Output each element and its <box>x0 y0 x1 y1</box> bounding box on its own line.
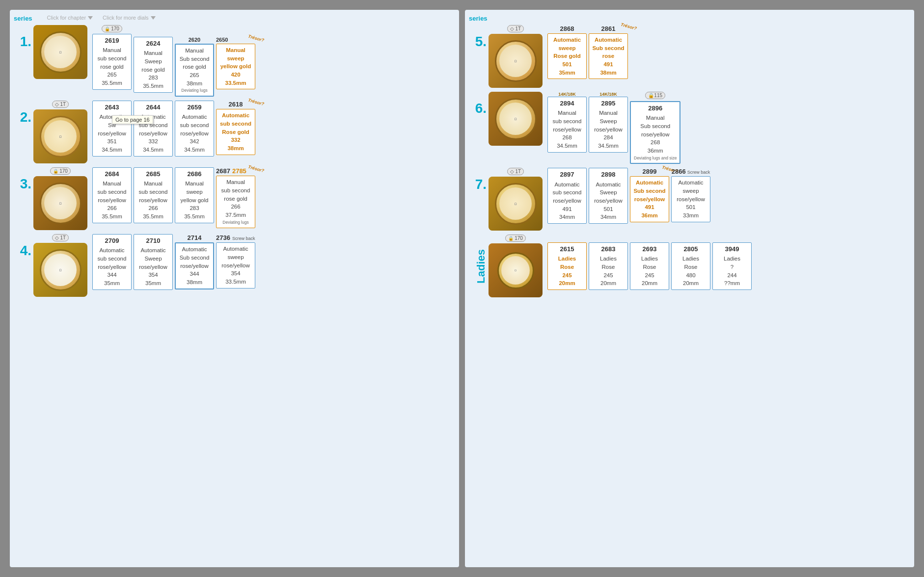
cards-row-1: 🔒170 2619 Manualsub secondrose gold26535… <box>92 25 255 97</box>
cards-row-7: 2897 Automaticsub secondrose/yellow49134… <box>547 168 710 224</box>
row-7: 7. ◇ 1T Ω 2897 Automaticsub second <box>469 168 910 231</box>
badge-1t-r4: ◇ 1T <box>52 234 69 241</box>
gold-badge-r6a: 14K/18K <box>558 92 576 97</box>
card-2866[interactable]: Automaticsweeprose/yellow50133mm <box>671 176 710 222</box>
card-2895[interactable]: 2895 ManualSweeprose/yellow28434.5mm <box>589 97 628 153</box>
gold-badge-r6b: 14K/18K <box>599 92 617 97</box>
card-2618[interactable]: Automaticsub secondRose gold33238mm <box>216 109 255 155</box>
card-2659[interactable]: 2659 Automaticsub secondrose/yellow34234… <box>175 101 214 157</box>
badge-170-r1: 🔒170 <box>102 25 122 32</box>
row-number-ladies: Ladies <box>469 249 487 284</box>
left-panel-header: series Click for chapter Click for more … <box>14 15 455 22</box>
card-2709[interactable]: 2709 Automaticsub secondrose/yellow34435… <box>92 234 132 290</box>
row-1: 1. Ω 🔒170 2619 <box>14 25 455 97</box>
card-2620[interactable]: ManualSub secondrose gold26538mm Deviati… <box>175 44 214 97</box>
row-6: 6. Ω 14K/18K 2894 <box>469 92 910 164</box>
row-3: 3. 🔒170 Ω 2684 Manualsub secondro <box>14 167 455 230</box>
watch-image-4: Ω <box>33 243 87 297</box>
card-2619[interactable]: 2619 Manualsub secondrose gold26535.5mm <box>92 34 132 90</box>
card-2684[interactable]: 2684 Manualsub secondrose/yellow26635.5m… <box>92 167 132 223</box>
badge-115: 🔒115 <box>645 92 665 99</box>
card-2687[interactable]: Manualsub secondrose gold26637.5mm Devia… <box>216 176 255 228</box>
arrow-down-icon-2 <box>151 16 156 20</box>
cards-row-ladies: 2615 LadiesRose24520mm 2683 LadiesRose24… <box>547 242 752 290</box>
row-5: 5. ◇ 1T Ω 2868 Auto <box>469 25 910 88</box>
watch-image-2: Ω <box>33 109 87 163</box>
badge-1t-r5: ◇ 1T <box>507 25 524 32</box>
card-2685[interactable]: 2685 Manualsub secondrose/yellow26635.5m… <box>134 167 173 223</box>
left-panel: series Click for chapter Click for more … <box>10 10 459 567</box>
card-2899[interactable]: AutomaticSub secondrose/yellow49136mm <box>630 176 669 222</box>
row-2: 2. ◇ 1T Ω Go to page 16 2643 <box>14 101 455 163</box>
row-ladies: Ladies 🔒170 Ω 2615 LadiesRose2452 <box>469 235 910 297</box>
card-2624[interactable]: 2624 ManualSweeprose gold28335.5mm <box>134 37 173 93</box>
card-3949[interactable]: 3949 Ladies?244??mm <box>712 242 752 290</box>
card-2861[interactable]: AutomaticSub secondrose49138mm <box>589 33 628 79</box>
card-2644[interactable]: 2644 Automaticsub secondrose/yellow33234… <box>134 101 173 157</box>
card-2643[interactable]: 2643 AutomaticSwrose/yellow35134.5mm <box>92 101 132 157</box>
watch-image-6: Ω <box>489 92 543 146</box>
series-label-left: series <box>14 15 32 22</box>
row-4: 4. ◇ 1T Ω 2709 Automaticsub second <box>14 234 455 297</box>
row-number-4: 4. <box>14 234 31 258</box>
row-number-1: 1. <box>14 25 31 49</box>
screw-back-label-r7: Screw back <box>687 170 710 175</box>
card-2693[interactable]: 2693 LadiesRose24520mm <box>630 242 669 290</box>
badge-170-ladies: 🔒170 <box>505 235 526 242</box>
watch-image-5: Ω <box>489 34 543 88</box>
row-number-6: 6. <box>469 92 487 115</box>
card-2894[interactable]: 2894 Manualsub secondrose/yellow26834.5m… <box>547 97 587 153</box>
row-number-7: 7. <box>469 168 487 191</box>
click-chapter-hint[interactable]: Click for chapter <box>47 15 93 21</box>
badge-1t-r7: ◇ 1T <box>507 168 524 175</box>
card-2896[interactable]: 2896 ManualSub secondrose/yellow26836mm … <box>630 101 680 164</box>
row-number-3: 3. <box>14 167 31 191</box>
card-2710[interactable]: 2710 AutomaticSweeprose/yellow35435mm <box>134 234 173 290</box>
card-2650[interactable]: Manualsweepyellow gold42033.5mm <box>216 44 255 89</box>
card-2868[interactable]: AutomaticsweepRose gold50135mm <box>547 33 587 79</box>
watch-image-ladies: Ω <box>489 243 543 297</box>
card-2714[interactable]: AutomaticSub secondrose/yellow34438mm <box>175 242 214 289</box>
cards-row-2: 2643 AutomaticSwrose/yellow35134.5mm 264… <box>92 101 255 157</box>
card-2898[interactable]: 2898 AutomaticSweeprose/yellow50134mm <box>589 168 628 224</box>
cards-row-6: 14K/18K 2894 Manualsub secondrose/yellow… <box>547 92 680 164</box>
series-label-right: series <box>469 15 488 22</box>
right-panel-header: series <box>469 15 910 22</box>
right-panel: series 5. ◇ 1T Ω <box>465 10 914 567</box>
tooltip-r2: Go to page 16 <box>112 115 153 124</box>
card-2736[interactable]: Automaticsweeprose/yellow35433.5mm <box>216 242 255 288</box>
panel-divider <box>461 10 463 567</box>
cards-row-3: 2684 Manualsub secondrose/yellow26635.5m… <box>92 167 255 228</box>
row-number-5: 5. <box>469 25 487 49</box>
watch-image-7: Ω <box>489 177 543 231</box>
cards-row-4: 2709 Automaticsub secondrose/yellow34435… <box>92 234 255 290</box>
card-2805[interactable]: 2805 LadiesRose48020mm <box>671 242 710 290</box>
arrow-down-icon <box>88 16 93 20</box>
card-2897[interactable]: 2897 Automaticsub secondrose/yellow49134… <box>547 168 587 224</box>
main-container: series Click for chapter Click for more … <box>10 10 914 567</box>
click-dials-hint[interactable]: Click for more dials <box>103 15 156 21</box>
screw-back-label-r4: Screw back <box>232 236 255 241</box>
badge-1t-r2: ◇ 1T <box>52 101 69 108</box>
badge-170-r3: 🔒170 <box>50 167 71 175</box>
card-2615[interactable]: 2615 LadiesRose24520mm <box>547 242 587 290</box>
watch-image-1: Ω <box>33 25 87 79</box>
row-number-2: 2. <box>14 101 31 124</box>
cards-row-5: 2868 AutomaticsweepRose gold50135mm 2861… <box>547 25 628 79</box>
card-2686[interactable]: 2686 Manualsweepyellow gold28335.5mm <box>175 167 214 223</box>
watch-image-3: Ω <box>33 176 87 230</box>
card-2683[interactable]: 2683 LadiesRose24520mm <box>589 242 628 290</box>
page: series Click for chapter Click for more … <box>0 0 924 577</box>
